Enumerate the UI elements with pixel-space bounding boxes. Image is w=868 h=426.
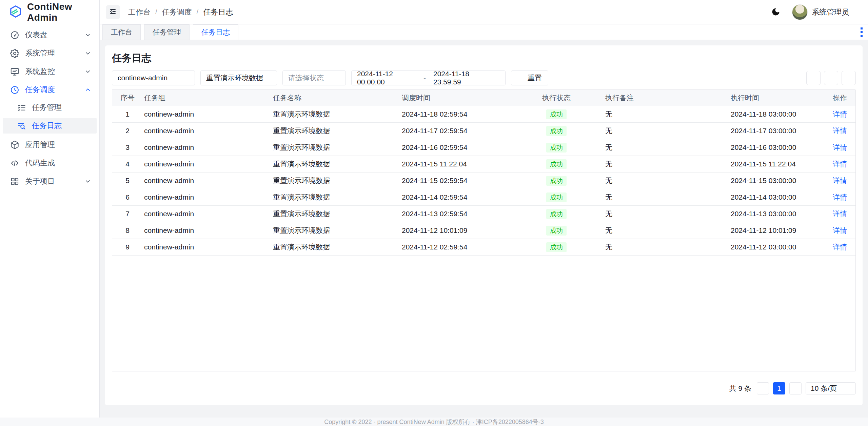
detail-link[interactable]: 详情 xyxy=(833,177,847,184)
column-settings-button[interactable] xyxy=(824,71,838,85)
cell-exec-time: 2024-11-18 03:00:00 xyxy=(729,110,824,118)
cell-status: 成功 xyxy=(509,176,604,186)
sidebar-collapse-button[interactable] xyxy=(106,5,120,19)
sidebar-item-task-log[interactable]: 任务日志 xyxy=(3,118,97,134)
pagination-prev-button[interactable] xyxy=(757,382,769,394)
sidebar-item-label: 任务调度 xyxy=(25,85,84,95)
notification-bell-icon[interactable] xyxy=(730,7,739,17)
sidebar-item-code-generation[interactable]: 代码生成 xyxy=(3,155,97,171)
cell-action: 详情 xyxy=(824,109,855,119)
sidebar-item-app-management[interactable]: 应用管理 xyxy=(3,136,97,153)
table-toolbar xyxy=(806,71,856,85)
cell-index: 2 xyxy=(112,127,143,135)
chevron-down-icon xyxy=(84,50,91,57)
detail-link[interactable]: 详情 xyxy=(833,243,847,251)
sidebar-menu: 仪表盘 系统管理 系统监控 xyxy=(0,24,99,191)
fullscreen-icon[interactable] xyxy=(751,7,760,17)
grid-icon xyxy=(10,177,19,186)
page-size-select[interactable]: 10 条/页 xyxy=(806,382,856,394)
cell-schedule-time: 2024-11-18 02:59:54 xyxy=(400,110,509,118)
detail-link[interactable]: 详情 xyxy=(833,127,847,135)
column-header: 序号 xyxy=(112,93,143,103)
sidebar-item-system-monitor[interactable]: 系统监控 xyxy=(3,63,97,80)
gear-icon xyxy=(827,74,835,82)
dashboard-icon xyxy=(10,31,19,40)
detail-link[interactable]: 详情 xyxy=(833,210,847,218)
breadcrumb-item[interactable]: 工作台 xyxy=(128,7,151,17)
cell-task-name: 重置演示环境数据 xyxy=(272,159,400,169)
detail-link[interactable]: 详情 xyxy=(833,143,847,151)
dark-mode-moon-icon[interactable] xyxy=(771,7,781,17)
user-menu[interactable]: 系统管理员 xyxy=(792,4,859,20)
status-badge: 成功 xyxy=(546,143,567,153)
refresh-table-button[interactable] xyxy=(806,71,821,85)
sidebar-item-task-scheduling[interactable]: 任务调度 xyxy=(3,81,97,98)
fullscreen-table-button[interactable] xyxy=(842,71,856,85)
status-select[interactable]: 请选择状态 xyxy=(282,70,346,85)
detail-link[interactable]: 详情 xyxy=(833,193,847,201)
cell-exec-time: 2024-11-12 10:01:09 xyxy=(729,226,824,235)
tab-task-management[interactable]: 任务管理 xyxy=(144,24,190,40)
table-row: 3 continew-admin 重置演示环境数据 2024-11-16 02:… xyxy=(112,139,855,156)
breadcrumb-item[interactable]: 任务调度 xyxy=(162,7,192,17)
cell-status: 成功 xyxy=(509,159,604,169)
cell-note: 无 xyxy=(604,192,729,202)
table-row: 6 continew-admin 重置演示环境数据 2024-11-14 02:… xyxy=(112,189,855,206)
status-badge: 成功 xyxy=(546,159,567,169)
table-row: 8 continew-admin 重置演示环境数据 2024-11-12 10:… xyxy=(112,222,855,239)
cell-action: 详情 xyxy=(824,209,855,219)
cell-task-name: 重置演示环境数据 xyxy=(272,126,400,136)
breadcrumb: 工作台 / 任务调度 / 任务日志 xyxy=(128,7,233,17)
tab-workbench[interactable]: 工作台 xyxy=(102,24,141,40)
tab-actions-ellipsis-icon[interactable] xyxy=(861,24,863,40)
sidebar-item-task-management[interactable]: 任务管理 xyxy=(3,100,97,115)
gear-icon xyxy=(10,49,19,58)
settings-gear-icon[interactable] xyxy=(709,7,718,17)
pagination: 共 9 条 1 10 条/页 xyxy=(112,382,856,394)
cell-task-group: continew-admin xyxy=(143,226,272,235)
cell-status: 成功 xyxy=(509,209,604,219)
sidebar-item-label: 任务管理 xyxy=(32,102,91,113)
reset-button[interactable]: 重置 xyxy=(511,70,548,85)
sidebar-item-label: 系统监控 xyxy=(25,66,84,77)
sidebar-item-label: 应用管理 xyxy=(25,140,91,150)
chevron-down-icon xyxy=(84,178,91,185)
tab-task-log[interactable]: 任务日志 xyxy=(193,24,238,40)
cell-exec-time: 2024-11-15 11:22:04 xyxy=(729,160,824,168)
date-range-picker[interactable]: 2024-11-12 00:00:00 - 2024-11-18 23:59:5… xyxy=(351,70,506,85)
cell-action: 详情 xyxy=(824,126,855,136)
tabbar: 工作台 任务管理 任务日志 xyxy=(100,24,868,40)
table-body: 1 continew-admin 重置演示环境数据 2024-11-18 02:… xyxy=(112,106,855,256)
table-row: 9 continew-admin 重置演示环境数据 2024-11-12 02:… xyxy=(112,239,855,256)
breadcrumb-separator: / xyxy=(155,8,157,16)
sidebar-item-system-management[interactable]: 系统管理 xyxy=(3,45,97,62)
cell-schedule-time: 2024-11-15 02:59:54 xyxy=(400,177,509,185)
detail-link[interactable]: 详情 xyxy=(833,110,847,118)
cell-schedule-time: 2024-11-17 02:59:54 xyxy=(400,127,509,135)
filter-toolbar: continew-admin 重置演示环境数据 请选择状态 2024-11-12… xyxy=(112,70,856,85)
cell-exec-time: 2024-11-12 03:00:00 xyxy=(729,243,824,251)
column-header: 任务名称 xyxy=(272,93,400,103)
detail-link[interactable]: 详情 xyxy=(833,226,847,234)
sidebar-item-dashboard[interactable]: 仪表盘 xyxy=(3,26,97,43)
cell-task-group: continew-admin xyxy=(143,210,272,218)
chevron-right-icon xyxy=(793,386,798,391)
pagination-page-1[interactable]: 1 xyxy=(773,382,785,394)
tab-label: 任务日志 xyxy=(201,27,230,37)
sidebar-item-about-project[interactable]: 关于项目 xyxy=(3,173,97,190)
pagination-next-button[interactable] xyxy=(789,382,802,394)
brand[interactable]: ContiNew Admin xyxy=(0,0,99,24)
footer: Copyright © 2022 - present ContiNew Admi… xyxy=(0,418,868,426)
task-group-select[interactable]: continew-admin xyxy=(112,70,195,85)
cell-note: 无 xyxy=(604,126,729,136)
search-list-icon xyxy=(17,121,26,130)
chevron-left-icon xyxy=(760,386,766,391)
cell-task-group: continew-admin xyxy=(143,177,272,185)
status-badge: 成功 xyxy=(546,242,567,252)
task-name-input[interactable]: 重置演示环境数据 xyxy=(200,70,277,85)
fullscreen-icon xyxy=(845,74,852,82)
user-name: 系统管理员 xyxy=(812,7,849,17)
calendar-icon xyxy=(492,74,500,82)
cell-note: 无 xyxy=(604,209,729,219)
detail-link[interactable]: 详情 xyxy=(833,160,847,168)
